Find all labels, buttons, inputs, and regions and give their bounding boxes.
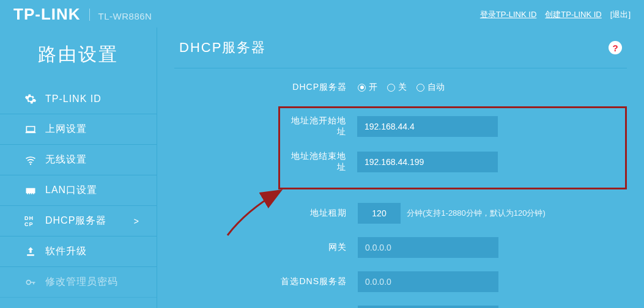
- sidebar-item-label: LAN口设置: [45, 184, 97, 197]
- label-lease: 地址租期: [174, 208, 358, 219]
- brand-block: TP-LINK TL-WR886N: [13, 5, 152, 24]
- lease-input[interactable]: [358, 203, 401, 224]
- brand-separator: [89, 9, 90, 21]
- laptop-icon: [24, 123, 37, 136]
- row-dns2: 备用DNS服务器 0.0.0.0: [174, 306, 627, 308]
- sidebar-item-admin-pwd[interactable]: 修改管理员密码: [0, 267, 157, 298]
- row-dns1: 首选DNS服务器 0.0.0.0: [174, 271, 627, 292]
- ethernet-icon: [24, 185, 37, 197]
- label-gateway: 网关: [174, 242, 358, 253]
- sidebar-item-upgrade[interactable]: 软件升级: [0, 237, 157, 267]
- brand-logo: TP-LINK: [13, 5, 81, 24]
- app-header: TP-LINK TL-WR886N 登录TP-LINK ID 创建TP-LINK…: [0, 0, 644, 24]
- dhcp-icon: DHCP: [24, 215, 37, 227]
- sidebar-item-tplink-id[interactable]: TP-LINK ID: [0, 84, 157, 114]
- sidebar-item-label: DHCP服务器: [45, 215, 106, 227]
- label-start-ip: 地址池开始地址: [284, 116, 357, 138]
- radio-on[interactable]: 开: [358, 82, 377, 93]
- svg-rect-1: [27, 254, 34, 256]
- row-end-ip: 地址池结束地址: [284, 151, 621, 173]
- header-links: 登录TP-LINK ID 创建TP-LINK ID [退出]: [480, 9, 631, 20]
- key-icon: [24, 276, 37, 288]
- logout-link[interactable]: [退出]: [610, 9, 631, 20]
- main-panel: DHCP服务器 ? DHCP服务器 开 关 自动 地址池开始地址 地址池结束地址: [157, 28, 644, 308]
- radio-auto[interactable]: 自动: [416, 82, 445, 93]
- row-dhcp-toggle: DHCP服务器 开 关 自动: [174, 82, 627, 93]
- wifi-icon: [24, 154, 37, 166]
- label-dns1: 首选DNS服务器: [174, 276, 358, 287]
- sidebar-item-label: 修改管理员密码: [45, 276, 118, 288]
- chevron-right-icon: >: [134, 216, 139, 226]
- gear-icon: [24, 93, 37, 105]
- dns2-value[interactable]: 0.0.0.0: [358, 306, 498, 308]
- sidebar-item-wireless[interactable]: 无线设置: [0, 145, 157, 175]
- help-icon[interactable]: ?: [609, 41, 622, 54]
- login-link[interactable]: 登录TP-LINK ID: [480, 9, 536, 20]
- sidebar-item-dhcp[interactable]: DHCP DHCP服务器 >: [0, 206, 157, 237]
- row-lease: 地址租期 分钟(支持1-2880分钟，默认为120分钟): [174, 203, 627, 224]
- main-title: DHCP服务器: [179, 38, 266, 57]
- sidebar-item-label: 软件升级: [45, 245, 87, 258]
- brand-model: TL-WR886N: [98, 11, 152, 21]
- dns1-value[interactable]: 0.0.0.0: [358, 271, 498, 292]
- label-end-ip: 地址池结束地址: [284, 151, 357, 173]
- row-start-ip: 地址池开始地址: [284, 116, 621, 138]
- sidebar-item-lan[interactable]: LAN口设置: [0, 175, 157, 206]
- radio-off[interactable]: 关: [387, 82, 407, 93]
- page-title: 路由设置: [0, 34, 157, 84]
- highlight-box: 地址池开始地址 地址池结束地址: [278, 106, 627, 189]
- create-id-link[interactable]: 创建TP-LINK ID: [545, 9, 601, 20]
- label-dhcp: DHCP服务器: [174, 82, 358, 93]
- row-gateway: 网关 0.0.0.0: [174, 237, 627, 258]
- upgrade-icon: [24, 246, 37, 258]
- svg-point-0: [30, 163, 31, 164]
- start-ip-input[interactable]: [357, 116, 498, 137]
- gateway-value[interactable]: 0.0.0.0: [358, 237, 498, 258]
- end-ip-input[interactable]: [357, 152, 498, 172]
- sidebar: 路由设置 TP-LINK ID 上网设置 无线设置 LAN口设置: [0, 28, 157, 308]
- sidebar-item-label: 上网设置: [45, 123, 87, 136]
- sidebar-item-wan[interactable]: 上网设置: [0, 114, 157, 145]
- sidebar-item-label: TP-LINK ID: [45, 94, 102, 105]
- lease-hint: 分钟(支持1-2880分钟，默认为120分钟): [407, 208, 546, 219]
- sidebar-item-label: 无线设置: [45, 153, 87, 166]
- svg-point-2: [26, 280, 31, 284]
